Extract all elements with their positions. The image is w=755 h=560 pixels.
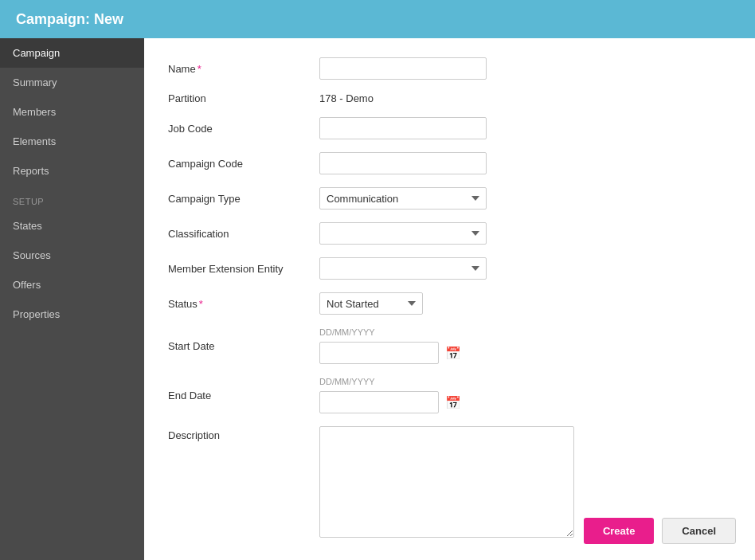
sidebar-item-label: States [13, 220, 42, 232]
sidebar-item-label: Elements [13, 135, 56, 147]
classification-label: Classification [168, 228, 319, 240]
sidebar-item-label: Summary [13, 76, 57, 88]
sidebar-item-properties[interactable]: Properties [0, 300, 144, 329]
description-label: Description [168, 426, 319, 441]
end-date-label: End Date [168, 390, 319, 401]
campaign-code-row: Campaign Code [168, 152, 731, 174]
partition-label: Partition [168, 92, 319, 104]
member-extension-row: Member Extension Entity [168, 257, 731, 280]
start-date-input[interactable] [319, 342, 439, 364]
start-date-placeholder: DD/MM/YYYY [319, 327, 463, 337]
content-area: Name* Partition 178 - Demo Job Code Camp… [144, 38, 755, 560]
sidebar-item-label: Offers [13, 279, 41, 291]
partition-value: 178 - Demo [319, 92, 374, 104]
create-button[interactable]: Create [584, 518, 654, 544]
sidebar: Campaign Summary Members Elements Report… [0, 38, 144, 560]
footer-buttons: Create Cancel [584, 518, 736, 544]
sidebar-item-summary[interactable]: Summary [0, 68, 144, 97]
description-textarea[interactable] [319, 426, 574, 538]
name-row: Name* [168, 57, 731, 80]
classification-select[interactable] [319, 222, 487, 245]
status-select[interactable]: Not Started In Progress Completed On Hol… [319, 292, 423, 315]
sidebar-item-elements[interactable]: Elements [0, 127, 144, 156]
sidebar-section-setup: Setup [0, 189, 144, 211]
cancel-button[interactable]: Cancel [662, 518, 736, 544]
status-row: Status* Not Started In Progress Complete… [168, 292, 731, 315]
campaign-type-label: Campaign Type [168, 193, 319, 205]
sidebar-item-campaign[interactable]: Campaign [0, 38, 144, 68]
name-label: Name* [168, 63, 319, 75]
sidebar-item-reports[interactable]: Reports [0, 156, 144, 186]
sidebar-item-label: Members [13, 106, 56, 118]
end-date-field-row: 📅 [319, 391, 463, 413]
campaign-type-select[interactable]: Communication Email Direct Mail Telemark… [319, 187, 487, 210]
start-date-label: Start Date [168, 340, 319, 352]
job-code-input[interactable] [319, 117, 487, 139]
partition-row: Partition 178 - Demo [168, 92, 731, 104]
campaign-code-label: Campaign Code [168, 158, 319, 170]
job-code-row: Job Code [168, 117, 731, 139]
start-date-calendar-icon[interactable]: 📅 [444, 343, 463, 362]
sidebar-item-offers[interactable]: Offers [0, 270, 144, 300]
start-date-wrap: DD/MM/YYYY 📅 [319, 327, 463, 364]
sidebar-item-sources[interactable]: Sources [0, 241, 144, 270]
name-input[interactable] [319, 57, 487, 80]
classification-row: Classification [168, 222, 731, 245]
sidebar-item-label: Reports [13, 165, 49, 177]
sidebar-item-label: Properties [13, 308, 60, 320]
end-date-placeholder: DD/MM/YYYY [319, 377, 463, 386]
app-header: Campaign: New [0, 0, 755, 38]
member-extension-select[interactable] [319, 257, 487, 280]
campaign-code-input[interactable] [319, 152, 487, 174]
campaign-type-row: Campaign Type Communication Email Direct… [168, 187, 731, 210]
end-date-input[interactable] [319, 391, 439, 413]
member-extension-label: Member Extension Entity [168, 263, 319, 275]
sidebar-item-members[interactable]: Members [0, 97, 144, 127]
status-label: Status* [168, 298, 319, 310]
sidebar-item-label: Campaign [13, 47, 60, 59]
end-date-calendar-icon[interactable]: 📅 [444, 393, 463, 412]
sidebar-item-states[interactable]: States [0, 211, 144, 241]
sidebar-item-label: Sources [13, 249, 51, 261]
job-code-label: Job Code [168, 123, 319, 135]
end-date-wrap: DD/MM/YYYY 📅 [319, 377, 463, 413]
page-title: Campaign: New [16, 11, 123, 28]
end-date-row: End Date DD/MM/YYYY 📅 [168, 377, 731, 413]
start-date-field-row: 📅 [319, 342, 463, 364]
start-date-row: Start Date DD/MM/YYYY 📅 [168, 327, 731, 364]
